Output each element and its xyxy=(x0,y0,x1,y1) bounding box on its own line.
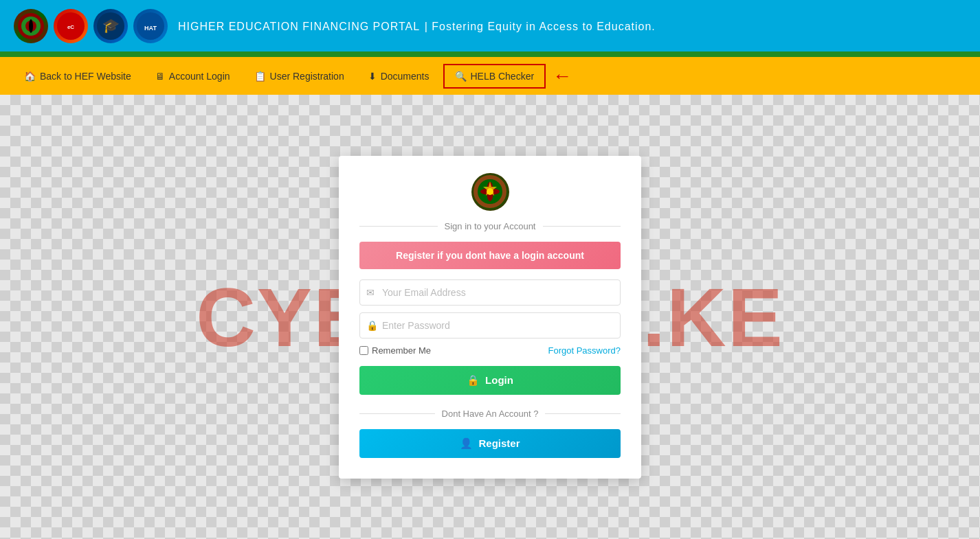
password-input[interactable] xyxy=(359,312,621,339)
helb-icon: 🔍 xyxy=(455,71,467,82)
email-input-group: ✉ xyxy=(359,279,621,306)
account-divider: Dont Have An Account ? xyxy=(359,409,621,419)
header-title: HIGHER EDUCATION FINANCING PORTAL | Fost… xyxy=(178,18,656,34)
dont-have-account-label: Dont Have An Account ? xyxy=(442,409,539,419)
sign-in-label: Sign in to your Account xyxy=(445,221,536,231)
sign-in-divider: Sign in to your Account xyxy=(359,221,621,231)
ecitizen-logo: eC xyxy=(54,9,88,43)
monitor-icon: 🖥 xyxy=(155,71,165,82)
clipboard-icon: 📋 xyxy=(254,71,266,82)
email-icon: ✉ xyxy=(366,287,375,298)
education-logo: 🎓 xyxy=(93,9,128,43)
green-accent-bar xyxy=(0,51,980,57)
user-icon: 👤 xyxy=(460,437,473,450)
nav-documents[interactable]: ⬇ Documents xyxy=(358,65,440,87)
svg-text:HAT: HAT xyxy=(144,25,157,32)
svg-point-3 xyxy=(29,19,33,33)
svg-text:🎓: 🎓 xyxy=(102,17,120,34)
login-card: Sign in to your Account Register if you … xyxy=(339,156,641,479)
card-logo xyxy=(359,173,621,211)
coat-of-arms-icon xyxy=(471,173,509,211)
login-button[interactable]: 🔒 Login xyxy=(359,366,621,395)
navigation-bar: 🏠 Back to HEF Website 🖥 Account Login 📋 … xyxy=(0,57,980,95)
lock-btn-icon: 🔒 xyxy=(467,374,480,387)
register-button[interactable]: 👤 Register xyxy=(359,429,621,458)
download-icon: ⬇ xyxy=(368,71,377,82)
remember-me-label[interactable]: Remember Me xyxy=(359,345,431,356)
divider-right xyxy=(543,226,621,227)
account-divider-left xyxy=(359,413,435,414)
nav-account-login[interactable]: 🖥 Account Login xyxy=(145,65,241,87)
home-icon: 🏠 xyxy=(24,71,36,82)
logo-group: eC 🎓 HAT xyxy=(14,9,168,43)
divider-left xyxy=(359,226,438,227)
remember-forgot-row: Remember Me Forgot Password? xyxy=(359,345,621,356)
lock-icon: 🔒 xyxy=(366,320,378,331)
nav-user-registration[interactable]: 📋 User Registration xyxy=(244,65,355,87)
forgot-password-link[interactable]: Forgot Password? xyxy=(548,345,621,356)
email-input[interactable] xyxy=(359,279,621,306)
kenya-logo xyxy=(14,9,48,43)
remember-me-checkbox[interactable] xyxy=(359,346,368,355)
arrow-indicator: ← xyxy=(553,65,572,87)
register-alert-button[interactable]: Register if you dont have a login accoun… xyxy=(359,242,621,269)
password-input-group: 🔒 xyxy=(359,312,621,339)
nav-helb-checker[interactable]: 🔍 HELB Checker xyxy=(443,64,546,89)
nav-back-to-hef[interactable]: 🏠 Back to HEF Website xyxy=(14,65,142,87)
header: eC 🎓 HAT HIGHER EDUCATION FINANCING PORT… xyxy=(0,0,980,51)
svg-text:eC: eC xyxy=(67,24,74,30)
main-content: CYBER.CO.KE Sign in to your Account xyxy=(0,95,980,539)
account-divider-right xyxy=(545,413,621,414)
hat-logo: HAT xyxy=(133,9,168,43)
red-arrow-icon: ← xyxy=(553,65,572,87)
